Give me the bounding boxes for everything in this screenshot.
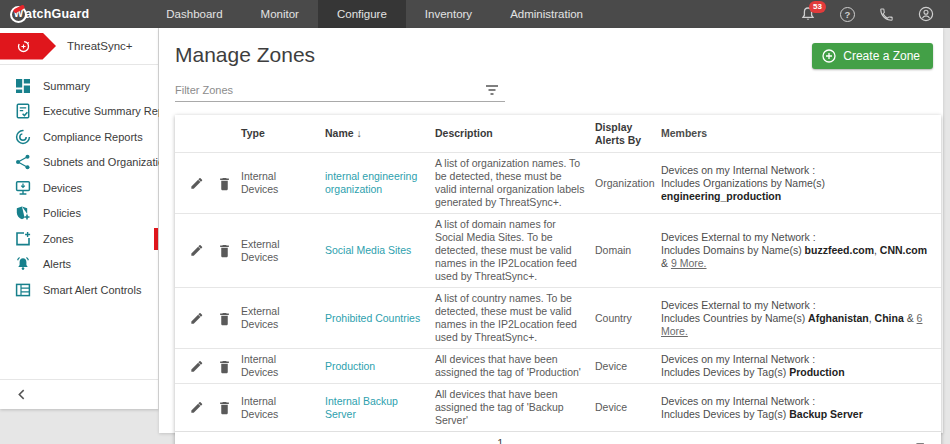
delete-icon[interactable] [218,243,231,258]
sidebar-item-subnets-and-organizations[interactable]: Subnets and Organizations [0,150,158,176]
product-header: ThreatSync+ [0,28,158,65]
zone-alerts-by: Country [595,308,661,329]
zone-alerts-by: Device [595,356,661,377]
members-more-link[interactable]: 9 More. [671,257,707,269]
zone-description: A list of organization names. To be dete… [435,153,595,213]
delete-icon[interactable] [218,176,231,191]
table-header-row: Type Name↓ Description Display Alerts By… [175,115,941,152]
sidebar-item-compliance-reports[interactable]: Compliance Reports [0,124,158,150]
nav-monitor[interactable]: Monitor [242,0,318,28]
sidebar-menu: Summary Executive Summary Report Complia… [0,65,158,303]
help-icon[interactable]: ? [840,7,855,22]
sidebar-collapse-button[interactable] [0,379,158,409]
compliance-icon [15,129,31,145]
alerts-icon [15,256,31,272]
edit-icon[interactable] [189,243,204,258]
zone-alerts-by: Domain [595,240,661,261]
zone-members: Devices External to my Network : Include… [661,227,941,274]
zone-name-link[interactable]: Internal Backup Server [325,395,398,420]
zone-members: Devices on my Internal Network : Include… [661,160,941,207]
table-row: Internal Devices Internal Backup Server … [175,383,941,431]
brand-name: atchGuard [25,7,89,21]
plus-circle-icon [822,49,836,63]
policies-icon [15,205,31,221]
sidebar-item-smart-alert-controls[interactable]: Smart Alert Controls [0,277,158,303]
smart-alert-icon [15,282,31,298]
notification-count-badge: 53 [809,1,826,13]
zone-alerts-by: Organization [595,173,661,194]
table-row: Internal Devices Production All devices … [175,348,941,383]
table-row: External Devices Prohibited Countries A … [175,287,941,348]
phone-icon[interactable] [879,7,894,22]
sort-desc-icon: ↓ [357,127,362,139]
edit-icon[interactable] [189,176,204,191]
filter-list-icon[interactable] [485,84,499,96]
zone-members: Devices on my Internal Network : Include… [661,349,941,383]
zone-name-link[interactable]: Production [325,360,375,372]
zone-type: Internal Devices [241,349,325,383]
col-header-members[interactable]: Members [661,123,941,144]
nav-administration[interactable]: Administration [491,0,602,28]
main-nav: Dashboard Monitor Configure Inventory Ad… [147,0,602,28]
zones-table: Type Name↓ Description Display Alerts By… [175,115,941,444]
sidebar-item-alerts[interactable]: Alerts [0,252,158,278]
sidebar: ThreatSync+ Summary Executive Summary Re… [0,28,159,409]
zone-type: Internal Devices [241,166,325,200]
main-panel: Manage Zones Create a Zone Type Name↓ De… [159,28,943,433]
nav-dashboard[interactable]: Dashboard [147,0,241,28]
threatsync-banner-icon [0,33,56,60]
zone-name-link[interactable]: internal engineering organization [325,170,417,195]
zone-name-link[interactable]: Prohibited Countries [325,312,420,324]
page-number-field: 1 Pages: 5 [485,437,543,444]
create-zone-button[interactable]: Create a Zone [812,43,933,69]
product-name: ThreatSync+ [67,40,133,52]
sidebar-item-summary[interactable]: Summary [0,73,158,99]
zone-type: Internal Devices [241,391,325,425]
nav-inventory[interactable]: Inventory [406,0,491,28]
account-icon[interactable] [918,6,934,22]
watchguard-logo: W atchGuard [10,6,89,23]
sidebar-item-policies[interactable]: Policies [0,201,158,227]
edit-icon[interactable] [189,311,204,326]
delete-icon[interactable] [218,311,231,326]
zones-table-body: Internal Devices internal engineering or… [175,152,941,431]
zone-members: Devices External to my Network : Include… [661,295,941,342]
zone-members: Devices on my Internal Network : Include… [661,391,941,425]
zone-type: External Devices [241,301,325,335]
sidebar-item-zones[interactable]: Zones [0,226,158,252]
table-row: External Devices Social Media Sites A li… [175,213,941,287]
zone-name-link[interactable]: Social Media Sites [325,244,411,256]
chevron-left-icon [17,389,26,400]
zone-alerts-by: Device [595,397,661,418]
filter-zones-field [175,84,505,102]
edit-icon[interactable] [189,400,204,415]
col-header-type[interactable]: Type [241,123,325,144]
col-header-actions [175,130,241,138]
devices-icon [15,180,31,196]
filter-zones-input[interactable] [175,84,485,96]
table-row: Internal Devices internal engineering or… [175,152,941,213]
subnets-icon [15,154,31,170]
delete-icon[interactable] [218,400,231,415]
page-number-input[interactable]: 1 [485,437,543,444]
top-navigation-bar: W atchGuard Dashboard Monitor Configure … [0,0,950,28]
col-header-description[interactable]: Description [435,123,595,144]
zone-description: All devices that have been assigned the … [435,349,595,383]
delete-icon[interactable] [218,359,231,374]
notifications-bell-icon[interactable]: 53 [800,6,816,22]
report-icon [15,103,31,119]
nav-configure[interactable]: Configure [318,0,406,28]
zone-type: External Devices [241,234,325,268]
col-header-name[interactable]: Name↓ [325,123,435,144]
sidebar-item-devices[interactable]: Devices [0,175,158,201]
zone-description: All devices that have been assigned the … [435,384,595,431]
pagination-bar: Items per page: 5 ▼ 1 – 5 of 23 1 Pages:… [175,431,941,444]
zone-description: A list of country names. To be detected,… [435,288,595,348]
summary-icon [15,78,31,94]
edit-icon[interactable] [189,359,204,374]
col-header-display-alerts-by[interactable]: Display Alerts By [595,117,661,151]
zone-description: A list of domain names for Social Media … [435,214,595,287]
zones-icon [15,231,31,247]
sidebar-item-executive-summary-report[interactable]: Executive Summary Report [0,99,158,125]
